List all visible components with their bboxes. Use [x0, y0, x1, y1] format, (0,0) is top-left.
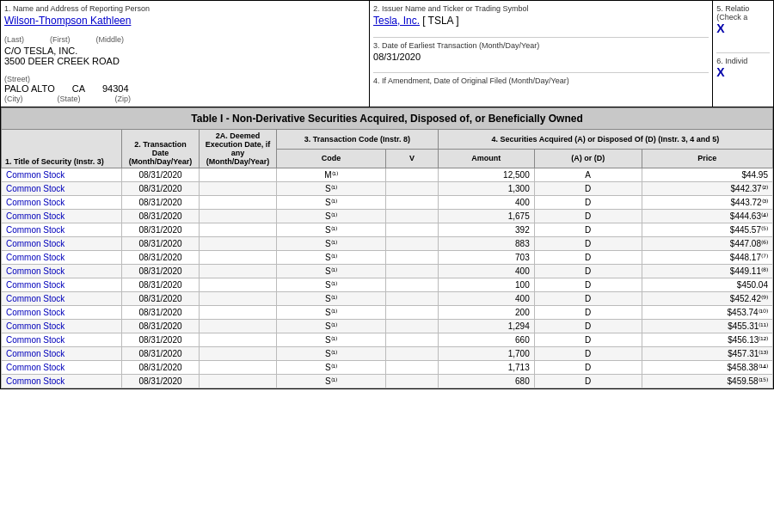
data-cell: S⁽¹⁾ — [277, 182, 386, 196]
col-header-row: 1. Title of Security (Instr. 3) 2. Trans… — [2, 130, 773, 150]
data-cell: 08/31/2020 — [122, 306, 200, 320]
data-cell: $455.31⁽¹¹⁾ — [642, 320, 772, 333]
data-cell — [386, 292, 439, 306]
data-cell: 100 — [438, 278, 534, 292]
data-cell: S⁽¹⁾ — [277, 320, 386, 333]
data-cell — [200, 251, 277, 265]
table-title-row: Table I - Non-Derivative Securities Acqu… — [2, 108, 773, 130]
ticker: [ TSLA ] — [422, 15, 458, 27]
data-cell — [386, 306, 439, 320]
col3-header: 3. Transaction Code (Instr. 8) — [277, 130, 439, 150]
table-row: Common Stock08/31/2020S⁽¹⁾660D$456.13⁽¹²… — [2, 333, 773, 347]
data-cell: A — [534, 168, 642, 182]
data-cell: S⁽¹⁾ — [277, 196, 386, 210]
data-cell — [200, 278, 277, 292]
table-row: Common Stock08/31/2020S⁽¹⁾400D$449.11⁽⁸⁾ — [2, 265, 773, 278]
data-cell: Common Stock — [2, 375, 122, 388]
data-cell: Common Stock — [2, 265, 122, 278]
table-row: Common Stock08/31/2020M⁽¹⁾12,500A$44.95 — [2, 168, 773, 182]
city: PALO ALTO — [4, 83, 55, 94]
data-cell: 08/31/2020 — [122, 182, 200, 196]
data-cell: D — [534, 361, 642, 375]
data-cell — [386, 265, 439, 278]
data-cell — [200, 196, 277, 210]
zip-label: (Zip) — [115, 95, 132, 103]
col2a-header: 2A. Deemed Execution Date, if any (Month… — [200, 130, 277, 168]
data-cell: 08/31/2020 — [122, 361, 200, 375]
data-cell: D — [534, 278, 642, 292]
zip: 94304 — [102, 83, 129, 94]
data-cell: S⁽¹⁾ — [277, 333, 386, 347]
data-cell: Common Stock — [2, 223, 122, 237]
data-cell: 08/31/2020 — [122, 210, 200, 223]
data-cell: S⁽¹⁾ — [277, 251, 386, 265]
x-mark2: X — [716, 65, 770, 79]
data-cell: D — [534, 237, 642, 251]
issuer-name[interactable]: Tesla, Inc. — [373, 15, 420, 27]
data-cell — [200, 223, 277, 237]
data-cell — [200, 333, 277, 347]
data-cell: $449.11⁽⁸⁾ — [642, 265, 772, 278]
street: 3500 DEER CREEK ROAD — [4, 56, 366, 66]
data-cell: Common Stock — [2, 320, 122, 333]
data-cell: D — [534, 333, 642, 347]
data-cell: Common Stock — [2, 237, 122, 251]
data-cell: S⁽¹⁾ — [277, 210, 386, 223]
section3-label: 3. Date of Earliest Transaction (Month/D… — [373, 41, 709, 50]
middle-label: (Middle) — [96, 35, 125, 44]
data-cell — [386, 196, 439, 210]
data-cell: 08/31/2020 — [122, 347, 200, 361]
data-cell — [200, 361, 277, 375]
col4-header: 4. Securities Acquired (A) or Disposed O… — [438, 130, 772, 150]
data-cell: $456.13⁽¹²⁾ — [642, 333, 772, 347]
data-cell: $458.38⁽¹⁴⁾ — [642, 361, 772, 375]
table-row: Common Stock08/31/2020S⁽¹⁾400D$443.72⁽³⁾ — [2, 196, 773, 210]
data-cell: $453.74⁽¹⁰⁾ — [642, 306, 772, 320]
data-cell: $445.57⁽⁵⁾ — [642, 223, 772, 237]
data-cell: S⁽¹⁾ — [277, 223, 386, 237]
data-cell: 1,700 — [438, 347, 534, 361]
data-cell: Common Stock — [2, 306, 122, 320]
table-row: Common Stock08/31/2020S⁽¹⁾400D$452.42⁽⁹⁾ — [2, 292, 773, 306]
data-cell: 392 — [438, 223, 534, 237]
data-cell: $457.31⁽¹³⁾ — [642, 347, 772, 361]
data-cell: Common Stock — [2, 333, 122, 347]
data-cell: S⁽¹⁾ — [277, 237, 386, 251]
data-cell: 08/31/2020 — [122, 237, 200, 251]
col1-header: 1. Title of Security (Instr. 3) — [2, 130, 122, 168]
data-cell — [200, 375, 277, 388]
table-row: Common Stock08/31/2020S⁽¹⁾703D$448.17⁽⁷⁾ — [2, 251, 773, 265]
securities-table: Table I - Non-Derivative Securities Acqu… — [1, 107, 773, 388]
data-cell: 680 — [438, 375, 534, 388]
data-cell: 1,300 — [438, 182, 534, 196]
person-name[interactable]: Wilson-Thompson Kathleen — [4, 15, 131, 27]
data-cell: 660 — [438, 333, 534, 347]
data-cell: M⁽¹⁾ — [277, 168, 386, 182]
col2-header: 2. Transaction Date (Month/Day/Year) — [122, 130, 200, 168]
data-cell: S⁽¹⁾ — [277, 361, 386, 375]
price-subheader: Price — [642, 149, 772, 168]
data-cell: D — [534, 210, 642, 223]
city-label: (City) — [4, 95, 23, 103]
data-cell: Common Stock — [2, 251, 122, 265]
amount-subheader: Amount — [438, 149, 534, 168]
data-cell: 200 — [438, 306, 534, 320]
data-cell: 08/31/2020 — [122, 168, 200, 182]
table-row: Common Stock08/31/2020S⁽¹⁾1,700D$457.31⁽… — [2, 347, 773, 361]
data-cell: 08/31/2020 — [122, 278, 200, 292]
x-mark: X — [716, 21, 770, 35]
table-row: Common Stock08/31/2020S⁽¹⁾200D$453.74⁽¹⁰… — [2, 306, 773, 320]
data-cell: $444.63⁽⁴⁾ — [642, 210, 772, 223]
data-cell — [200, 292, 277, 306]
table1-title: Table I - Non-Derivative Securities Acqu… — [2, 108, 773, 130]
earliest-date: 08/31/2020 — [373, 52, 709, 62]
table-row: Common Stock08/31/2020S⁽¹⁾883D$447.08⁽⁶⁾ — [2, 237, 773, 251]
table-row: Common Stock08/31/2020S⁽¹⁾100D$450.04 — [2, 278, 773, 292]
data-cell: 08/31/2020 — [122, 196, 200, 210]
code-subheader: Code — [277, 149, 386, 168]
data-cell: Common Stock — [2, 361, 122, 375]
data-cell: $448.17⁽⁷⁾ — [642, 251, 772, 265]
right-cols: 5. Relatio (Check a X 6. Individ X — [713, 1, 773, 107]
data-cell: $452.42⁽⁹⁾ — [642, 292, 772, 306]
data-cell: S⁽¹⁾ — [277, 292, 386, 306]
